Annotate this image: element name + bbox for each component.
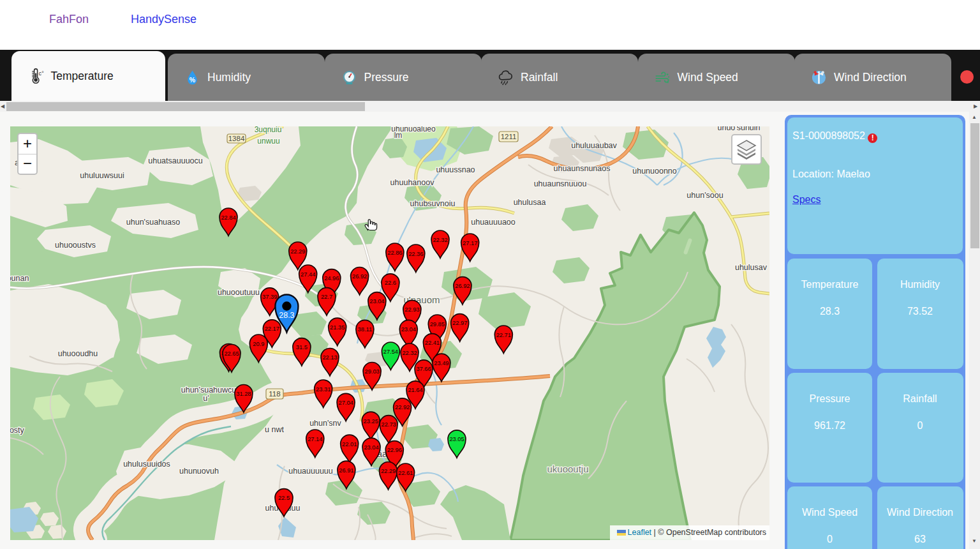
svg-text:uhuatsauuuocu: uhuatsauuuocu	[148, 156, 203, 165]
svg-text:22.71: 22.71	[496, 332, 511, 338]
svg-text:uhulusaa: uhulusaa	[514, 198, 546, 207]
svg-text:22.92: 22.92	[395, 404, 410, 410]
svg-text:26.92: 26.92	[352, 273, 367, 280]
svg-text:22.29: 22.29	[381, 468, 396, 474]
svg-text:22.96: 22.96	[387, 447, 402, 453]
svg-text:uhuaunsnuuou: uhuaunsnuuou	[534, 179, 587, 188]
svg-text:23.31: 23.31	[316, 386, 330, 393]
svg-text:u': u'	[203, 394, 209, 403]
svg-text:uhun'soou: uhun'soou	[687, 191, 723, 200]
svg-text:uhulusuuidos: uhulusuuidos	[123, 460, 170, 469]
svg-text:20.9: 20.9	[253, 341, 264, 347]
svg-text:37.66: 37.66	[416, 366, 431, 372]
svg-text:uhuuhanoov: uhuuhanoov	[390, 178, 435, 187]
svg-text:u nwt: u nwt	[265, 425, 284, 434]
svg-text:iuuosty: iuuosty	[10, 426, 25, 435]
svg-text:26.92: 26.92	[455, 283, 470, 289]
svg-text:c°: c°	[38, 70, 43, 76]
svg-text:uhun'suahuaso: uhun'suahuaso	[126, 218, 180, 227]
svg-text:27.04: 27.04	[338, 400, 353, 406]
svg-text:22.61: 22.61	[398, 470, 413, 476]
svg-text:22.32: 22.32	[402, 350, 417, 356]
svg-text:uhuluuaubav: uhuluuaubav	[571, 141, 617, 150]
svg-text:22.84: 22.84	[221, 214, 235, 221]
svg-text:uhun'snv: uhun'snv	[309, 419, 341, 428]
svg-text:uhunuovuh: uhunuovuh	[179, 467, 219, 476]
svg-text:uhulusav: uhulusav	[735, 263, 768, 272]
svg-text:23.25: 23.25	[364, 418, 378, 425]
svg-text:118: 118	[269, 390, 280, 398]
svg-text:31.5: 31.5	[296, 344, 308, 350]
svg-text:31.28: 31.28	[236, 391, 251, 397]
svg-text:28.3: 28.3	[279, 311, 294, 320]
svg-text:22.36: 22.36	[408, 251, 423, 257]
svg-text:%: %	[189, 76, 196, 84]
svg-text:uhunuoonno: uhunuoonno	[632, 167, 677, 176]
svg-text:23.04: 23.04	[364, 444, 378, 451]
svg-text:38.11: 38.11	[358, 326, 373, 333]
svg-text:uhubsuvnoiu: uhubsuvnoiu	[410, 199, 456, 208]
svg-text:27.14: 27.14	[308, 436, 322, 442]
svg-text:22.29: 22.29	[290, 248, 305, 255]
svg-text:23.04: 23.04	[369, 298, 384, 305]
svg-text:uhuluuwsuui: uhuluuwsuui	[80, 171, 124, 180]
svg-text:22.01: 22.01	[342, 441, 357, 447]
svg-text:23.49: 23.49	[434, 360, 449, 366]
svg-text:29.03: 29.03	[364, 368, 379, 375]
svg-text:24.96: 24.96	[324, 275, 339, 282]
svg-text:1384: 1384	[228, 135, 245, 142]
svg-text:23.05: 23.05	[449, 436, 464, 442]
svg-text:27.17: 27.17	[463, 240, 477, 246]
svg-text:22.13: 22.13	[322, 354, 337, 361]
svg-text:22.6: 22.6	[385, 280, 396, 286]
svg-text:22.86: 22.86	[387, 250, 402, 256]
svg-text:uhuooudhu: uhuooudhu	[58, 349, 98, 358]
svg-text:uhuauuuuuu: uhuauuuuuu	[288, 467, 333, 476]
svg-text:22.93: 22.93	[405, 306, 419, 313]
svg-text:uhuooutuuu: uhuooutuuu	[218, 288, 260, 297]
svg-text:23.04: 23.04	[401, 326, 416, 333]
svg-text:21.64: 21.64	[408, 387, 422, 393]
svg-text:unwuu: unwuu	[257, 137, 279, 146]
svg-text:22.41: 22.41	[425, 340, 440, 346]
svg-text:22.65: 22.65	[224, 350, 239, 357]
svg-text:27.54: 27.54	[383, 349, 398, 355]
svg-text:22.97: 22.97	[452, 320, 467, 326]
svg-text:uhuussnao: uhuussnao	[436, 165, 475, 174]
svg-text:22.32: 22.32	[433, 237, 447, 243]
svg-text:1211: 1211	[501, 133, 517, 140]
svg-text:22.7: 22.7	[321, 294, 332, 300]
svg-text:27.44: 27.44	[301, 271, 315, 278]
svg-text:29.85: 29.85	[430, 321, 445, 327]
svg-text:uhun'suahuwcu: uhun'suahuwcu	[181, 386, 237, 395]
svg-text:3uqnuiu: 3uqnuiu	[255, 126, 282, 134]
svg-text:22.73: 22.73	[381, 421, 396, 428]
svg-text:ukuooutju: ukuooutju	[547, 463, 588, 474]
svg-text:ounan: ounan	[10, 274, 29, 283]
svg-text:22.5: 22.5	[278, 495, 290, 501]
svg-text:uhuooustvs: uhuooustvs	[55, 241, 96, 250]
svg-text:uhuauuuaoo: uhuauuuaoo	[471, 218, 516, 227]
svg-text:uhuaunsnunaos: uhuaunsnunaos	[554, 164, 611, 173]
svg-text:uhuo'sunuin: uhuo'sunuin	[717, 126, 760, 132]
svg-text:lm: lm	[394, 131, 403, 140]
svg-text:21.35: 21.35	[330, 324, 345, 331]
svg-text:26.91: 26.91	[339, 467, 353, 474]
svg-text:37.39: 37.39	[262, 294, 277, 300]
svg-text:22.17: 22.17	[265, 326, 279, 332]
